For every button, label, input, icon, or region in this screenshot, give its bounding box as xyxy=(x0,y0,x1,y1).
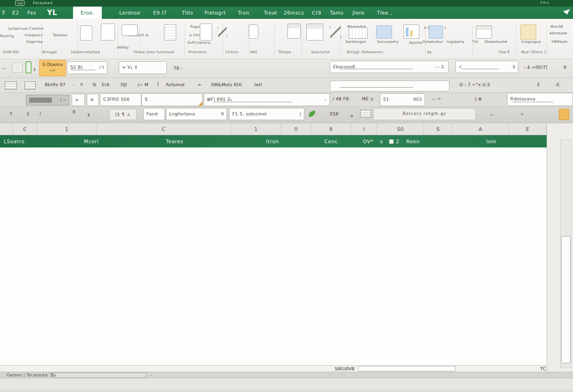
toolbar-box[interactable]: ⊞F| 691 2₀– xyxy=(204,93,330,106)
ribbon-tab-x[interactable]: Ŧ xyxy=(2,7,5,19)
ribbon-tab-xe9-i7[interactable]: E9 I7 xyxy=(153,7,167,19)
stack-icon[interactable] xyxy=(520,24,536,40)
ribbon-tab-xfretogrt[interactable]: Fretogrt xyxy=(205,7,226,19)
column-header-9[interactable]: 9 xyxy=(311,123,351,135)
leaf-icon[interactable] xyxy=(307,109,318,119)
app-logo-icon[interactable]: Fxd xyxy=(15,0,25,6)
toolbar-input[interactable]: Rdetasana xyxy=(507,93,573,106)
grid-icon[interactable] xyxy=(25,82,36,90)
blue-icon[interactable] xyxy=(376,25,392,39)
toolbar-box-label: × xyxy=(75,94,79,106)
column-header-1[interactable]: 1 xyxy=(37,123,97,135)
toolbar-box[interactable]: C3FRO SS6 xyxy=(100,93,141,106)
column-header-E[interactable]: E xyxy=(509,123,547,135)
grid-icon[interactable] xyxy=(349,27,368,39)
ribbon-tab-xe2[interactable]: E2 xyxy=(12,7,19,19)
doc-icon[interactable] xyxy=(80,25,92,41)
ribbon-tab-xtams[interactable]: Tams xyxy=(330,7,344,19)
toolbar-box[interactable]: × xyxy=(72,94,85,106)
header-cell-xmcori[interactable]: Mcori xyxy=(84,135,99,147)
toolbar-chip[interactable]: Korcors retgm gc xyxy=(373,108,476,120)
column-header-S[interactable]: S xyxy=(424,123,452,135)
toolbar-text: | ⊕ xyxy=(475,97,482,101)
pen-icon[interactable] xyxy=(218,25,227,39)
doc-icon[interactable] xyxy=(200,24,212,41)
para-icon[interactable] xyxy=(164,24,176,41)
toolbar-text: — xyxy=(2,66,6,71)
toolbar-box[interactable]: Lngfortana9 xyxy=(166,108,227,120)
grid-icon[interactable] xyxy=(5,82,17,90)
ribbon-tab-bar: ŦE2FesYLEroe.LerdnseE9 I7TlitsFretogrtTr… xyxy=(0,7,573,19)
color-slab-icon xyxy=(25,61,32,74)
header-cell[interactable]: LSoatro xyxy=(4,135,25,147)
ribbon-tab-x26mscs[interactable]: 26mscs xyxy=(284,7,304,19)
ribbon-tab-xlerdnse[interactable]: Lerdnse xyxy=(119,7,140,19)
column-header-1[interactable]: 1 xyxy=(231,123,281,135)
toolbar-box[interactable]: ≅ xyxy=(87,94,99,106)
toolbar-box[interactable]: F1 5. sotscmel| xyxy=(229,108,304,120)
column-header-C[interactable]: C xyxy=(97,123,231,135)
ribbon-tab-xyl[interactable]: YL xyxy=(47,7,57,19)
scrollbar-thumb[interactable] xyxy=(561,236,571,363)
yellow-box-icon[interactable] xyxy=(559,109,569,120)
ribbon-tab-xtreat[interactable]: Treat xyxy=(264,7,277,19)
toolbar-input[interactable] xyxy=(330,81,450,91)
sheet-tab-label[interactable]: Gerons | Tecarocka 'Su xyxy=(7,373,56,377)
column-header-50[interactable]: 50 xyxy=(377,123,424,135)
doc-icon[interactable] xyxy=(249,24,258,39)
header-cell-xov[interactable]: OV* xyxy=(363,135,373,147)
total-value[interactable]: S0G)0V8 xyxy=(302,366,354,372)
highlighted-cell[interactable]: G Otaomamak xyxy=(39,60,66,76)
doc-icon[interactable] xyxy=(101,24,115,41)
column-header-I[interactable]: I xyxy=(351,123,377,135)
chart-icon[interactable] xyxy=(403,24,419,39)
toolbar-box[interactable]: ≈ V¡ ↕ xyxy=(119,61,167,74)
header-cell-xitron[interactable]: Itron xyxy=(236,135,279,147)
header-cell-xiom[interactable]: Iom xyxy=(474,135,509,147)
toolbar-box[interactable]: 51903 xyxy=(380,93,425,106)
toolbar-box[interactable]: ✓§ xyxy=(455,61,518,73)
toolbar-box[interactable]: Fand xyxy=(143,108,165,120)
ribbon-group-name: I4t0 xyxy=(250,50,257,54)
blue-icon[interactable] xyxy=(429,25,443,39)
total-input[interactable] xyxy=(358,366,456,371)
win-icon[interactable] xyxy=(287,24,301,39)
toolbar-text: O - 7 ⌐°x U.S xyxy=(459,82,490,87)
header-cell-x2[interactable]: 2 xyxy=(396,135,399,147)
ribbon-tab-xtlits[interactable]: Tlits xyxy=(182,7,193,19)
ribbon-tab-xct9[interactable]: Ct9 xyxy=(312,7,321,19)
ribbon: Jurtprcuus ConmorFonn7gVnoaoocvKsgsrrooT… xyxy=(0,19,573,59)
grid-icon[interactable] xyxy=(360,110,371,117)
formula-bar-row: | —×≅C3FRO SS6S⊞F| 691 2₀–/ 48 F8:ME ±51… xyxy=(0,92,573,106)
win-icon[interactable] xyxy=(306,24,323,41)
ribbon-tab-xtron[interactable]: Tron xyxy=(238,7,249,19)
column-header-C[interactable]: C xyxy=(13,123,37,135)
toolbar-text: ES8 xyxy=(330,112,338,116)
header-cell-xteares[interactable]: Teares xyxy=(166,135,183,147)
win-icon[interactable] xyxy=(476,25,492,39)
toolbar-box[interactable]: 52 B)∕ t xyxy=(67,61,107,74)
header-cell-xcenc[interactable]: Cenc xyxy=(311,135,351,147)
sheet-tab[interactable] xyxy=(53,373,146,378)
ribbon-tab-xfes[interactable]: Fes xyxy=(27,7,36,19)
column-header-blank[interactable] xyxy=(0,123,13,135)
toolbar-chip[interactable]: [§ ¶ ± xyxy=(109,109,137,120)
pen-icon[interactable] xyxy=(330,24,341,41)
toolbar-text: % xyxy=(92,82,97,87)
toolbar-chip[interactable]: ◦ xyxy=(12,62,23,73)
ribbon-button-label: Mon38 xyxy=(550,24,563,29)
toolbar-box[interactable]: S xyxy=(141,93,203,106)
ribbon-tab-xjlere[interactable]: Jlere xyxy=(352,7,365,19)
toolbar-box-label: Fand xyxy=(147,108,158,120)
column-header-0[interactable]: 0 xyxy=(281,123,311,135)
toolbar-text: 9 xyxy=(564,65,566,70)
column-header-A[interactable]: A xyxy=(452,123,509,135)
ribbon-tab-xeroe[interactable]: Eroe. xyxy=(73,7,102,19)
doc-icon[interactable] xyxy=(122,24,138,36)
header-cell-xx[interactable]: x xyxy=(380,135,383,147)
toolbar-box[interactable]: Eborsxn6— 2. xyxy=(330,61,449,73)
header-cell-xroen[interactable]: Roen xyxy=(406,135,420,147)
window-chip[interactable]: | — xyxy=(26,95,69,106)
ribbon-tab-xtlee[interactable]: Tlee , xyxy=(377,7,392,19)
vertical-scrollbar[interactable] xyxy=(560,139,572,368)
